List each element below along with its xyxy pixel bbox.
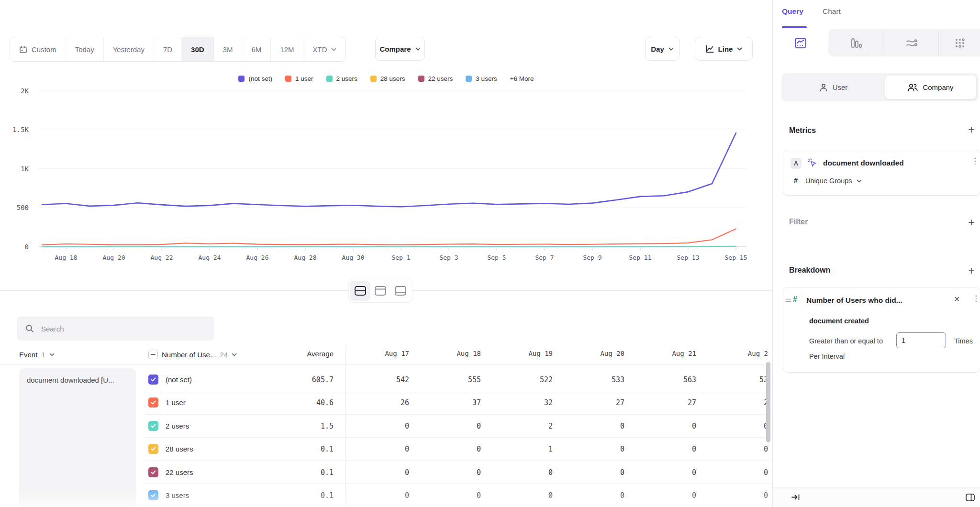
cell-value: 0 — [419, 445, 481, 453]
chart-type-bar-tab[interactable] — [828, 29, 884, 56]
tab-chart[interactable]: Chart — [823, 7, 841, 16]
drag-handle-icon[interactable] — [785, 298, 791, 303]
scope-company-button[interactable]: Company — [885, 76, 976, 99]
breakdown-value-input[interactable] — [896, 332, 946, 348]
svg-text:Sep 7: Sep 7 — [535, 254, 554, 261]
table-row[interactable]: 22 users0.1000000 — [0, 461, 772, 484]
cell-value: 0 — [347, 468, 409, 477]
breakdown-menu-icon[interactable]: ⋮ — [972, 295, 980, 303]
table-row[interactable]: 28 users0.1001000 — [0, 438, 772, 461]
group-header-label: Number of Use... — [162, 351, 216, 359]
series-checkbox[interactable] — [148, 467, 158, 477]
cell-value: 0 — [419, 422, 481, 430]
svg-text:Sep 1: Sep 1 — [391, 254, 410, 261]
cell-value: 0 — [490, 468, 553, 477]
layout-chart-button[interactable] — [370, 281, 390, 301]
event-column-header[interactable]: Event 1 — [19, 349, 55, 360]
metric-menu-icon[interactable]: ⋮ — [971, 157, 979, 165]
cell-value: 0 — [562, 445, 624, 453]
split-panel-icon[interactable] — [965, 493, 975, 502]
svg-text:Aug 26: Aug 26 — [246, 254, 269, 261]
table-row[interactable]: 1 user40.626373227272 — [0, 391, 772, 414]
search-icon — [25, 324, 34, 333]
range-xtd-button[interactable]: XTD — [303, 37, 345, 61]
chevron-down-icon — [668, 47, 674, 51]
range-7d-button[interactable]: 7D — [154, 37, 181, 61]
series-checkbox[interactable] — [148, 444, 158, 454]
range-custom-button[interactable]: Custom — [10, 37, 66, 61]
table-scrollbar[interactable] — [766, 362, 770, 442]
search-input[interactable] — [40, 324, 206, 333]
svg-text:Sep 9: Sep 9 — [583, 254, 601, 261]
metric-card[interactable]: A document downloaded ⋮ # Unique Groups — [783, 150, 980, 196]
cell-value: 563 — [634, 375, 696, 384]
table-row[interactable]: 2 users1.5002000 — [0, 415, 772, 438]
range-3m-button[interactable]: 3M — [213, 37, 242, 61]
svg-text:0: 0 — [25, 243, 29, 251]
bar-chart-icon — [850, 37, 862, 49]
series-checkbox[interactable] — [148, 397, 158, 408]
date-column-header: Aug 18 — [419, 350, 481, 357]
series-checkbox[interactable] — [148, 375, 158, 385]
scope-user-button[interactable]: User — [781, 73, 885, 101]
cell-value: 0 — [706, 491, 768, 500]
group-column-header[interactable]: Number of Use... 24 — [148, 349, 237, 360]
user-icon — [819, 83, 828, 92]
average-value: 1.5 — [267, 422, 334, 430]
svg-text:Aug 24: Aug 24 — [199, 254, 221, 261]
measure-symbol: # — [794, 176, 798, 184]
scope-user-label: User — [833, 83, 848, 91]
chart-type-line-tab[interactable] — [773, 29, 828, 56]
breakdown-card[interactable]: # Number of Users who did... ✕ ⋮ documen… — [783, 287, 980, 373]
check-icon — [151, 377, 156, 382]
range-6m-button[interactable]: 6M — [242, 37, 270, 61]
average-value: 0.1 — [267, 491, 334, 500]
layout-table-button[interactable] — [390, 281, 411, 301]
series-checkbox[interactable] — [148, 421, 158, 431]
compare-button[interactable]: Compare — [375, 37, 425, 61]
add-breakdown-button[interactable]: + — [965, 265, 978, 277]
chart-type-label: Line — [718, 45, 733, 53]
date-column-header: Aug 20 — [562, 350, 624, 357]
header-divider — [0, 364, 772, 365]
cell-value: 0 — [347, 422, 409, 430]
line-chart[interactable]: 05001K1.5K2KAug 18Aug 20Aug 22Aug 24Aug … — [0, 61, 772, 267]
cell-value: 542 — [347, 375, 409, 384]
date-range-group: CustomTodayYesterday7D30D3M6M12MXTD — [10, 37, 346, 62]
range-12m-button[interactable]: 12M — [270, 37, 303, 61]
cell-value: 37 — [419, 398, 481, 407]
event-header-label: Event — [19, 351, 37, 359]
chart-type-grid-tab[interactable] — [938, 29, 980, 56]
svg-text:500: 500 — [17, 204, 29, 211]
cell-value: 0 — [562, 491, 624, 500]
cell-value: 0 — [634, 445, 696, 453]
collapse-panel-icon[interactable] — [791, 494, 800, 501]
chart-type-flow-tab[interactable] — [884, 29, 938, 56]
range-yesterday-button[interactable]: Yesterday — [103, 37, 154, 61]
check-icon — [151, 424, 156, 428]
range-30d-button[interactable]: 30D — [181, 37, 213, 61]
svg-text:Aug 20: Aug 20 — [103, 254, 125, 261]
table-row[interactable]: 3 users0.1000000 — [0, 484, 772, 507]
table-row[interactable]: (not set)605.754255552253356353 — [0, 368, 772, 391]
remove-breakdown-icon[interactable]: ✕ — [954, 295, 960, 304]
chart-type-button[interactable]: Line — [695, 37, 753, 61]
select-all-checkbox[interactable] — [148, 350, 158, 359]
dots-grid-icon — [955, 38, 965, 48]
chevron-down-icon — [737, 47, 742, 51]
add-filter-button[interactable]: + — [965, 216, 978, 229]
measure-selector[interactable]: Unique Groups — [805, 177, 862, 185]
chevron-down-icon — [49, 353, 55, 356]
cell-value: 27 — [634, 398, 696, 407]
add-metric-button[interactable]: + — [965, 123, 978, 136]
svg-text:Aug 22: Aug 22 — [151, 254, 173, 261]
column-divider — [345, 346, 345, 507]
interval-button[interactable]: Day — [645, 37, 679, 61]
breakdown-heading: Breakdown — [789, 266, 830, 275]
tab-query[interactable]: Query — [782, 7, 803, 16]
layout-toggle-group — [348, 279, 412, 303]
average-value: 0.1 — [267, 468, 334, 477]
layout-split-button[interactable] — [350, 281, 370, 301]
range-today-button[interactable]: Today — [66, 37, 103, 61]
series-checkbox[interactable] — [148, 490, 158, 500]
